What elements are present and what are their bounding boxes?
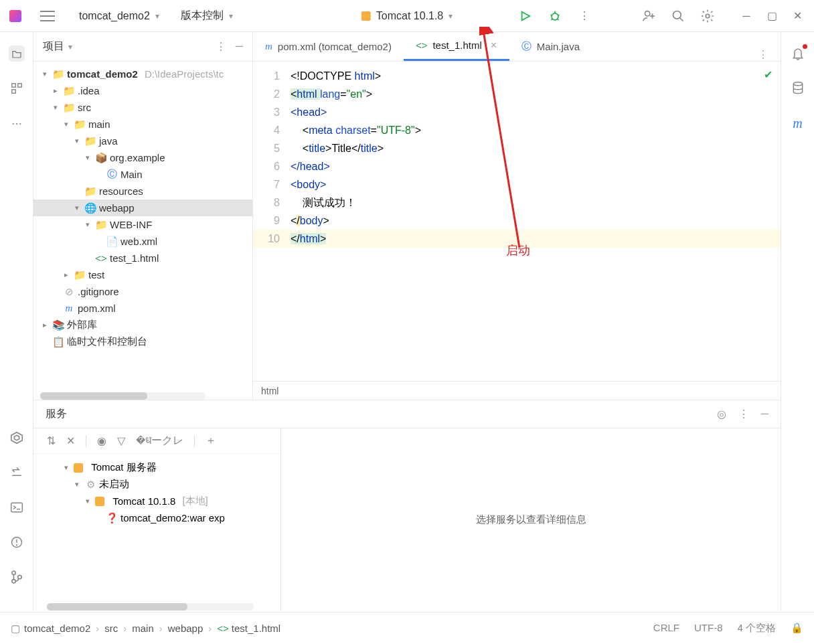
tree-node-main[interactable]: ▾📁main bbox=[33, 116, 252, 133]
more-actions-icon[interactable]: ⋮ bbox=[577, 9, 592, 23]
filter-icon[interactable]: ▽ bbox=[117, 434, 125, 447]
tree-node-src[interactable]: ▾📁src bbox=[33, 99, 252, 116]
tree-node-ext-libs[interactable]: ▸📚外部库 bbox=[33, 317, 252, 333]
services-title: 服务 bbox=[46, 407, 67, 421]
svc-server[interactable]: ▾ Tomcat 10.1.8[本地] bbox=[33, 493, 280, 509]
left-tool-rail: ⋯ bbox=[0, 32, 33, 611]
notifications-icon[interactable] bbox=[790, 46, 806, 62]
svg-point-22 bbox=[11, 571, 15, 574]
terminal-tool-icon[interactable] bbox=[9, 499, 25, 515]
tab-menu-icon[interactable]: ⋮ bbox=[746, 48, 781, 61]
crumb[interactable]: src bbox=[104, 623, 118, 634]
code-body[interactable]: <!DOCTYPE html><html lang="en"><head> <m… bbox=[287, 62, 781, 381]
run-config-dropdown[interactable]: Tomcat 10.1.8 ▾ bbox=[361, 10, 453, 22]
close-icon[interactable]: ✕ bbox=[66, 434, 75, 447]
chevron-down-icon[interactable]: ▾ bbox=[68, 42, 72, 52]
project-tree[interactable]: ▾📁tomcat_demo2D:\IdeaProjects\tc ▸📁.idea… bbox=[33, 62, 252, 400]
h-scrollbar[interactable] bbox=[47, 603, 254, 611]
git-tool-icon[interactable] bbox=[9, 569, 25, 585]
structure-tool-icon[interactable] bbox=[9, 80, 25, 96]
tab-test1[interactable]: <>test_1.html✕ bbox=[404, 31, 509, 61]
tree-node-webinf[interactable]: ▾📁WEB-INF bbox=[33, 216, 252, 233]
layout-icon[interactable]: �धークレ bbox=[136, 434, 183, 448]
tree-node-resources[interactable]: 📁resources bbox=[33, 183, 252, 199]
hide-panel-icon[interactable]: ─ bbox=[761, 408, 768, 420]
svg-line-4 bbox=[558, 15, 560, 15]
show-icon[interactable]: ◉ bbox=[97, 434, 106, 447]
build-tool-icon[interactable] bbox=[9, 465, 25, 481]
services-tree[interactable]: ▾ Tomcat 服务器 ▾⚙未启动 ▾ Tomcat 10.1.8[本地] ❓… bbox=[33, 454, 280, 611]
main-menu-icon[interactable] bbox=[40, 11, 55, 21]
svg-line-11 bbox=[680, 17, 683, 21]
vcs-label: 版本控制 bbox=[181, 9, 224, 23]
tomcat-icon bbox=[361, 11, 371, 21]
close-button[interactable]: ✕ bbox=[793, 11, 802, 21]
encoding[interactable]: UTF-8 bbox=[694, 622, 723, 635]
problems-tool-icon[interactable] bbox=[9, 534, 25, 550]
tree-node-package[interactable]: ▾📦org.example bbox=[33, 149, 252, 166]
sort-icon[interactable]: ⇅ bbox=[47, 434, 56, 447]
search-icon[interactable] bbox=[671, 9, 685, 23]
hide-panel-icon[interactable]: ─ bbox=[236, 40, 243, 53]
services-detail: 选择服务以查看详细信息 bbox=[281, 428, 781, 611]
svg-line-6 bbox=[557, 19, 559, 20]
svg-marker-16 bbox=[11, 432, 22, 444]
code-editor[interactable]: 12345678910 <!DOCTYPE html><html lang="e… bbox=[253, 62, 781, 381]
svg-point-25 bbox=[793, 82, 802, 86]
tab-pom[interactable]: mpom.xml (tomcat_demo2) bbox=[253, 31, 404, 61]
tree-root[interactable]: ▾📁tomcat_demo2D:\IdeaProjects\tc bbox=[33, 66, 252, 82]
close-tab-icon[interactable]: ✕ bbox=[490, 40, 497, 50]
tree-node-scratch[interactable]: 📋临时文件和控制台 bbox=[33, 333, 252, 350]
titlebar: tomcat_demo2 ▾ 版本控制 ▾ Tomcat 10.1.8 ▾ ⋮ … bbox=[0, 0, 814, 32]
debug-button[interactable] bbox=[548, 9, 562, 23]
more-icon[interactable]: ⋮ bbox=[738, 408, 749, 420]
tomcat-icon bbox=[95, 497, 104, 506]
run-config-label: Tomcat 10.1.8 bbox=[376, 10, 444, 22]
more-icon[interactable]: ⋮ bbox=[216, 40, 226, 53]
inspection-ok-icon[interactable]: ✔ bbox=[764, 68, 772, 81]
svc-not-started[interactable]: ▾⚙未启动 bbox=[33, 476, 280, 493]
readonly-icon[interactable]: 🔒 bbox=[791, 622, 803, 635]
services-tool-icon[interactable] bbox=[9, 430, 25, 446]
run-button[interactable] bbox=[518, 9, 533, 23]
indent[interactable]: 4 个空格 bbox=[737, 622, 776, 635]
svg-point-12 bbox=[706, 14, 710, 18]
minimize-button[interactable]: ─ bbox=[742, 11, 751, 21]
tree-node-webapp[interactable]: ▾🌐webapp bbox=[33, 199, 252, 216]
tree-node-gitignore[interactable]: ⊘.gitignore bbox=[33, 283, 252, 300]
more-tool-icon[interactable]: ⋯ bbox=[9, 115, 25, 131]
svc-artifact[interactable]: ❓tomcat_demo2:war exp bbox=[33, 509, 280, 526]
tree-node-webxml[interactable]: 📄web.xml bbox=[33, 233, 252, 250]
h-scrollbar[interactable] bbox=[40, 392, 206, 400]
project-dropdown[interactable]: tomcat_demo2 ▾ bbox=[79, 10, 159, 22]
vcs-dropdown[interactable]: 版本控制 ▾ bbox=[181, 9, 233, 23]
svc-root[interactable]: ▾ Tomcat 服务器 bbox=[33, 459, 280, 476]
tree-node-java[interactable]: ▾📁java bbox=[33, 133, 252, 149]
svg-point-7 bbox=[645, 11, 650, 15]
tree-node-test[interactable]: ▸📁test bbox=[33, 266, 252, 283]
tab-main-java[interactable]: ⒸMain.java bbox=[509, 31, 592, 61]
svg-marker-17 bbox=[14, 435, 19, 440]
code-with-me-icon[interactable] bbox=[641, 9, 656, 23]
target-icon[interactable]: ◎ bbox=[717, 408, 726, 420]
crumb[interactable]: webapp bbox=[168, 623, 204, 634]
gutter: 12345678910 bbox=[253, 62, 287, 381]
tree-node-idea[interactable]: ▸📁.idea bbox=[33, 82, 252, 99]
editor-breadcrumb[interactable]: html bbox=[253, 381, 781, 400]
crumb[interactable]: test_1.html bbox=[232, 623, 280, 634]
services-header: 服务 ◎ ⋮ ─ bbox=[33, 400, 781, 428]
settings-icon[interactable] bbox=[700, 9, 715, 23]
tree-node-test1[interactable]: <>test_1.html bbox=[33, 250, 252, 266]
crumb[interactable]: tomcat_demo2 bbox=[24, 623, 90, 634]
database-icon[interactable] bbox=[790, 80, 806, 96]
project-tool-icon[interactable] bbox=[9, 46, 25, 62]
add-icon[interactable]: ＋ bbox=[206, 434, 216, 448]
maximize-button[interactable]: ▢ bbox=[767, 11, 777, 21]
maven-tool-icon[interactable]: m bbox=[790, 115, 806, 131]
app-icon bbox=[9, 10, 21, 22]
svg-rect-18 bbox=[11, 503, 22, 511]
tree-node-main-class[interactable]: ⒸMain bbox=[33, 166, 252, 183]
tree-node-pom[interactable]: mpom.xml bbox=[33, 300, 252, 317]
crumb[interactable]: main bbox=[132, 623, 154, 634]
line-separator[interactable]: CRLF bbox=[653, 622, 679, 635]
